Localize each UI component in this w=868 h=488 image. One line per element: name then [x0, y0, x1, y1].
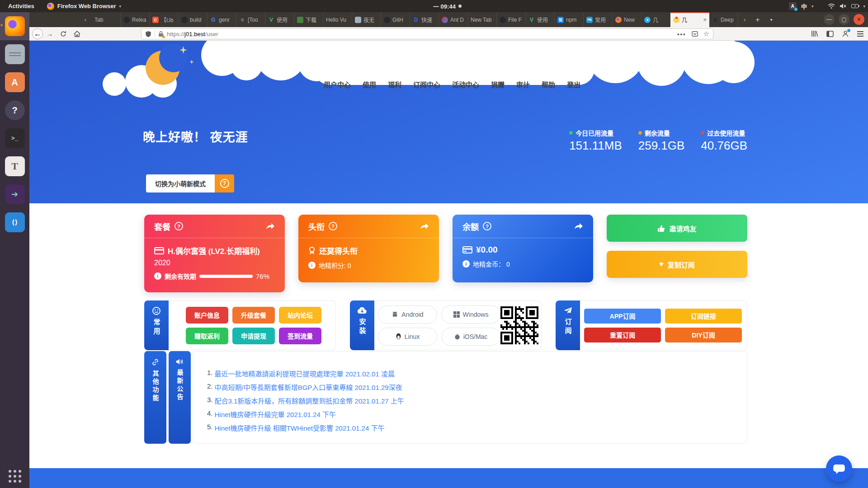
browser-tab[interactable]: File F: [497, 12, 526, 27]
pocket-save-icon[interactable]: [692, 31, 698, 37]
news-tab[interactable]: 最新公告: [169, 351, 191, 444]
browser-tab[interactable]: C【Ub: [150, 12, 179, 27]
input-method-label[interactable]: 中: [801, 2, 807, 10]
nav-link[interactable]: 帮助: [542, 80, 555, 89]
tab-scroll-right-button[interactable]: ›: [738, 12, 751, 27]
dock-item-transfer-app[interactable]: ➔: [0, 180, 29, 208]
browser-tab[interactable]: Ggenr: [208, 12, 236, 27]
subscribe-tab[interactable]: 订阅: [556, 300, 580, 350]
browser-tab[interactable]: 夜无: [352, 12, 381, 27]
menu-icon[interactable]: [857, 31, 863, 37]
announcement-link[interactable]: 中高短期/中等長期套餐新增BGP入口華東專線 2021.01.29深夜: [215, 382, 402, 392]
sidebar-icon[interactable]: [826, 31, 834, 37]
dock-item-firefox[interactable]: [0, 12, 29, 40]
nav-link[interactable]: 登出: [567, 80, 580, 89]
window-close-button[interactable]: ✕: [854, 14, 864, 25]
install-button-linux[interactable]: Linux: [378, 328, 437, 346]
nav-link[interactable]: 订阅中心: [413, 80, 440, 89]
clock[interactable]: 一 09:44: [433, 0, 462, 12]
subscribe-button[interactable]: APP订阅: [584, 309, 661, 324]
back-button[interactable]: ←: [32, 28, 43, 39]
url-bar[interactable]: https://j01.best/user ••• ☆: [141, 28, 713, 39]
copy-subscription-button[interactable]: ♥ 复制订阅: [607, 251, 747, 278]
browser-tab-active[interactable]: 几×: [670, 12, 709, 27]
browser-tab[interactable]: Relea: [121, 12, 150, 27]
install-button-iosmac[interactable]: iOS/Mac: [441, 328, 500, 346]
app-menu-button[interactable]: Firefox Web Browser ▾: [42, 3, 126, 10]
common-button[interactable]: 升级套餐: [232, 307, 275, 324]
nav-link[interactable]: 用户中心: [324, 80, 351, 89]
lock-icon[interactable]: [158, 31, 164, 37]
browser-tab[interactable]: Ant D: [439, 12, 468, 27]
announcement-link[interactable]: 最近一批地精邀請返利提現已提現處理完畢 2021.02.01 凌晨: [215, 369, 395, 378]
help-icon[interactable]: ?: [175, 222, 183, 230]
common-tab[interactable]: 常用: [144, 300, 169, 350]
home-button[interactable]: [70, 31, 84, 37]
chat-widget-button[interactable]: [826, 455, 852, 482]
forward-button[interactable]: →: [43, 30, 57, 38]
tab-close-icon[interactable]: ×: [703, 16, 707, 23]
announcement-link[interactable]: 配合3.1新版本升級，所有餘額調整到抵扣金幣 2021.01.27 上午: [215, 396, 404, 405]
dock-item-help[interactable]: ?: [0, 96, 29, 124]
common-button[interactable]: 申请提现: [232, 328, 275, 344]
announcement-link[interactable]: Hinet機房硬件升級 相關TWHinet受影響 2021.01.24 下午: [215, 423, 385, 432]
browser-tab[interactable]: GitH: [381, 12, 410, 27]
install-tab[interactable]: 安装: [350, 300, 374, 350]
common-button[interactable]: 签到流量: [279, 328, 321, 344]
dock-item-terminal[interactable]: >_: [0, 124, 29, 152]
input-method-icon[interactable]: A: [789, 2, 797, 10]
invite-friends-button[interactable]: 邀请鸡友: [607, 215, 747, 242]
install-button-windows[interactable]: Windows: [441, 305, 500, 324]
url-text[interactable]: https://j01.best/user: [167, 31, 218, 38]
nav-link[interactable]: 使用: [363, 80, 376, 89]
mode-help-button[interactable]: ?: [215, 174, 234, 192]
nav-link[interactable]: 捐赠: [491, 80, 505, 89]
system-tray[interactable]: A 中 ▾ ▾: [789, 0, 865, 12]
subscribe-button[interactable]: DIY订阅: [665, 328, 742, 343]
dock-item-text-editor[interactable]: T: [0, 152, 29, 180]
mode-toggle-button[interactable]: 切换为小萌新模式 ?: [146, 174, 234, 192]
browser-tab[interactable]: 下载: [294, 12, 323, 27]
show-applications-button[interactable]: [0, 466, 29, 486]
nav-link[interactable]: 活动中心: [452, 80, 479, 89]
browser-tab[interactable]: D快速: [410, 12, 439, 27]
window-maximize-button[interactable]: ▢: [839, 14, 849, 25]
new-tab-button[interactable]: +: [751, 12, 764, 27]
account-icon[interactable]: [842, 30, 849, 37]
browser-tab[interactable]: build: [179, 12, 208, 27]
nav-link[interactable]: 审计: [516, 80, 530, 89]
help-icon[interactable]: ?: [329, 222, 337, 230]
common-button[interactable]: 赚取返利: [186, 328, 228, 344]
dock-item-files[interactable]: [0, 40, 29, 68]
page-actions-icon[interactable]: •••: [677, 31, 686, 38]
common-button[interactable]: 账户信息: [186, 307, 228, 324]
nav-link[interactable]: 福利: [388, 80, 401, 89]
browser-tab[interactable]: Hello Vu: [323, 12, 352, 27]
subscribe-button[interactable]: 订阅链接: [665, 309, 742, 324]
share-arrow-icon[interactable]: [420, 223, 429, 230]
subscribe-button[interactable]: 重置订阅: [584, 328, 661, 343]
other-functions-tab[interactable]: 其他功能: [144, 351, 166, 444]
tab-dropdown-button[interactable]: ▾: [764, 12, 778, 27]
browser-tab[interactable]: V使用: [526, 12, 555, 27]
browser-tab[interactable]: V使用: [265, 12, 294, 27]
browser-tab[interactable]: ≡[Too: [236, 12, 265, 27]
browser-tab[interactable]: 几: [642, 12, 670, 27]
install-button-android[interactable]: Android: [378, 305, 437, 324]
tab-scroll-left-button[interactable]: ‹: [79, 12, 92, 27]
dock-item-vscode[interactable]: ⟨⟩: [0, 208, 29, 236]
browser-tab[interactable]: New Tab: [468, 12, 497, 27]
browser-tab[interactable]: dDeep: [709, 12, 738, 27]
library-icon[interactable]: [811, 30, 818, 37]
browser-tab[interactable]: FB常用: [584, 12, 613, 27]
activities-button[interactable]: Activities: [0, 3, 42, 9]
browser-tab[interactable]: 知npm: [555, 12, 584, 27]
help-icon[interactable]: ?: [483, 222, 491, 230]
browser-tab[interactable]: New: [613, 12, 642, 27]
shield-icon[interactable]: [145, 31, 151, 38]
dock-item-ubuntu-software[interactable]: A: [0, 68, 29, 96]
share-arrow-icon[interactable]: [266, 223, 275, 230]
bookmark-star-icon[interactable]: ☆: [703, 30, 709, 38]
share-arrow-icon[interactable]: [574, 223, 583, 230]
announcement-link[interactable]: Hinet機房硬件升級完畢 2021.01.24 下午: [215, 409, 336, 419]
